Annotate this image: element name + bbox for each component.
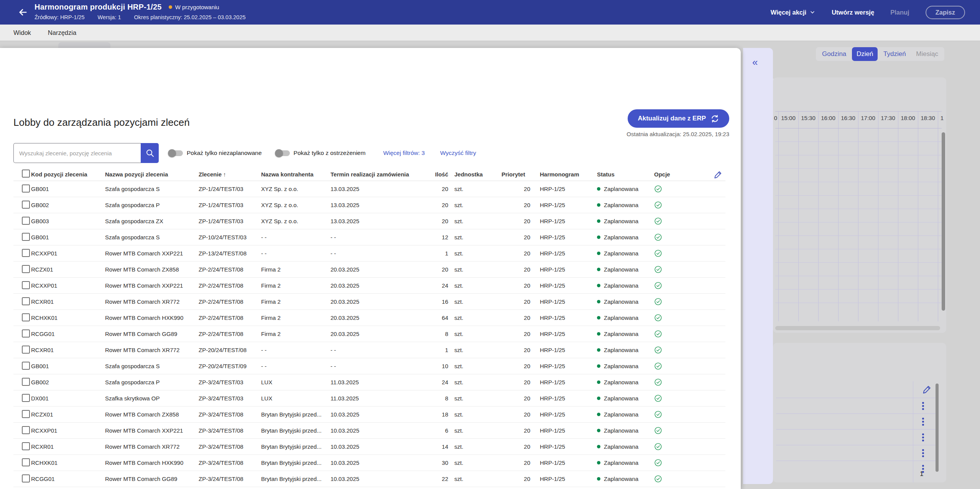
table-row[interactable]: RCZX01 Rower MTB Comarch ZX858 ZP-3/24/T…	[13, 407, 725, 423]
more-actions-button[interactable]: Więcej akcji	[771, 9, 816, 16]
row-checkbox[interactable]	[22, 378, 30, 386]
select-all-checkbox[interactable]	[22, 170, 30, 178]
planned-check-icon[interactable]	[654, 217, 662, 225]
col-termin[interactable]: Termin realizacji zamówienia	[331, 171, 418, 178]
planned-check-icon[interactable]	[654, 298, 662, 306]
row-checkbox[interactable]	[22, 410, 30, 418]
table-row[interactable]: GB003 Szafa gospodarcza ZX ZP-1/24/TEST/…	[13, 213, 725, 229]
col-ilosc[interactable]: Ilość	[418, 171, 448, 178]
planned-check-icon[interactable]	[654, 410, 662, 418]
table-row[interactable]: RCHXK01 Rower MTB Comarch HXK990 ZP-3/24…	[13, 455, 725, 471]
plan-button[interactable]: Planuj	[890, 9, 909, 16]
row-menu-icon[interactable]	[922, 402, 924, 410]
row-checkbox[interactable]	[22, 184, 30, 193]
planned-check-icon[interactable]	[654, 459, 662, 467]
planned-check-icon[interactable]	[654, 475, 662, 483]
row-checkbox[interactable]	[22, 426, 30, 434]
tab-tydzien[interactable]: Tydzień	[879, 47, 911, 61]
grid-line-horizontal	[775, 209, 942, 209]
row-checkbox[interactable]	[22, 313, 30, 321]
col-status[interactable]: Status	[587, 171, 642, 178]
planned-check-icon[interactable]	[654, 185, 662, 193]
back-arrow-icon[interactable]	[18, 7, 28, 18]
table-row[interactable]: GB002 Szafa gospodarcza P ZP-3/24/TEST/0…	[13, 374, 725, 390]
planned-check-icon[interactable]	[654, 330, 662, 338]
table-row[interactable]: RCXXP01 Rower MTB Comarch XXP221 ZP-2/24…	[13, 278, 725, 294]
col-nazwa[interactable]: Nazwa pozycji zlecenia	[105, 171, 199, 178]
table-row[interactable]: DX001 Szafka skrytkowa OP ZP-3/24/TEST/0…	[13, 390, 725, 407]
col-kontrahent[interactable]: Nazwa kontrahenta	[261, 171, 331, 178]
row-menu-icon[interactable]	[922, 418, 924, 426]
planned-check-icon[interactable]	[654, 233, 662, 241]
planned-check-icon[interactable]	[654, 394, 662, 402]
row-checkbox[interactable]	[22, 458, 30, 466]
planned-check-icon[interactable]	[654, 362, 662, 370]
planned-check-icon[interactable]	[654, 265, 662, 273]
row-checkbox[interactable]	[22, 249, 30, 257]
row-checkbox[interactable]	[22, 474, 30, 482]
table-row[interactable]: GB001 Szafa gospodarcza S ZP-1/24/TEST/0…	[13, 181, 725, 197]
tab-miesiac[interactable]: Miesiąc	[911, 47, 943, 61]
row-menu-icon[interactable]	[922, 433, 924, 441]
col-zlecenie[interactable]: Zlecenie↑	[199, 171, 261, 178]
gantt-vertical-scrollbar[interactable]	[942, 132, 945, 311]
row-checkbox[interactable]	[22, 265, 30, 273]
row-checkbox[interactable]	[22, 297, 30, 305]
clear-filters-link[interactable]: Wyczyść filtry	[440, 150, 476, 156]
table-row[interactable]: RCGG01 Rower MTB Comarch GG89 ZP-3/24/TE…	[13, 471, 725, 487]
tab-godzina[interactable]: Godzina	[817, 47, 851, 61]
col-priorytet[interactable]: Priorytet	[494, 171, 530, 178]
row-checkbox[interactable]	[22, 233, 30, 241]
row-checkbox[interactable]	[22, 217, 30, 225]
planned-check-icon[interactable]	[654, 346, 662, 354]
col-opcje[interactable]: Opcje	[642, 171, 681, 178]
gantt-horizontal-scrollbar[interactable]	[775, 326, 940, 330]
col-harmonogram[interactable]: Harmonogram	[530, 171, 587, 178]
table-row[interactable]: RCZX01 Rower MTB Comarch ZX858 ZP-2/24/T…	[13, 262, 725, 278]
row-checkbox[interactable]	[22, 346, 30, 354]
collapse-panel-icon[interactable]: «	[752, 57, 758, 67]
planned-check-icon[interactable]	[654, 378, 662, 386]
planned-check-icon[interactable]	[654, 282, 662, 290]
search-input[interactable]	[13, 143, 141, 163]
table-row[interactable]: RCHXK01 Rower MTB Comarch HXK990 ZP-2/24…	[13, 310, 725, 326]
row-menu-icon[interactable]	[922, 449, 924, 457]
table-row[interactable]: RCXR01 Rower MTB Comarch XR772 ZP-20/24/…	[13, 342, 725, 358]
table-row[interactable]: RCXR01 Rower MTB Comarch XR772 ZP-3/24/T…	[13, 439, 725, 455]
menu-item-narzedzia[interactable]: Narzędzia	[48, 29, 76, 36]
tab-dzien[interactable]: Dzień	[852, 47, 878, 61]
planned-check-icon[interactable]	[654, 249, 662, 257]
row-checkbox[interactable]	[22, 201, 30, 209]
toggle-warning[interactable]	[276, 150, 290, 156]
row-checkbox[interactable]	[22, 362, 30, 370]
save-button[interactable]: Zapisz	[926, 6, 965, 19]
planned-check-icon[interactable]	[654, 314, 662, 322]
table-row[interactable]: RCXXP01 Rower MTB Comarch XXP221 ZP-13/2…	[13, 245, 725, 262]
table-row[interactable]: RCXR01 Rower MTB Comarch XR772 ZP-2/24/T…	[13, 294, 725, 310]
row-checkbox[interactable]	[22, 442, 30, 450]
row-checkbox[interactable]	[22, 329, 30, 338]
create-version-button[interactable]: Utwórz wersję	[832, 9, 874, 16]
more-filters-link[interactable]: Więcej filtrów: 3	[383, 150, 425, 156]
menu-item-widok[interactable]: Widok	[13, 29, 31, 36]
table-row[interactable]: GB002 Szafa gospodarcza P ZP-1/24/TEST/0…	[13, 197, 725, 213]
table-row[interactable]: RCGG01 Rower MTB Comarch GG89 ZP-2/24/TE…	[13, 326, 725, 342]
background-tab-remnant	[58, 42, 110, 48]
toggle-unplanned[interactable]	[169, 150, 183, 156]
table-row[interactable]: GB001 Szafa gospodarcza S ZP-20/24/TEST/…	[13, 358, 725, 374]
planned-check-icon[interactable]	[654, 201, 662, 209]
row-checkbox[interactable]	[22, 281, 30, 289]
edit-pencil-icon[interactable]	[922, 384, 932, 394]
planned-check-icon[interactable]	[654, 426, 662, 435]
lower-vertical-scrollbar[interactable]	[936, 384, 939, 472]
col-kod[interactable]: Kod pozycji zlecenia	[31, 171, 105, 178]
edit-columns-pencil-icon[interactable]	[714, 170, 723, 179]
col-jednostka[interactable]: Jednostka	[448, 171, 494, 178]
planned-check-icon[interactable]	[654, 443, 662, 451]
table-row[interactable]: GB003 Szafa gospodarcza ZX ZP-4/24/TEST/…	[13, 487, 725, 489]
table-row[interactable]: RCXXP01 Rower MTB Comarch XXP221 ZP-3/24…	[13, 423, 725, 439]
table-row[interactable]: GB001 Szafa gospodarcza S ZP-10/24/TEST/…	[13, 229, 725, 245]
update-erp-button[interactable]: Aktualizuj dane z ERP	[628, 109, 729, 128]
search-button[interactable]	[141, 143, 159, 163]
row-checkbox[interactable]	[22, 394, 30, 402]
